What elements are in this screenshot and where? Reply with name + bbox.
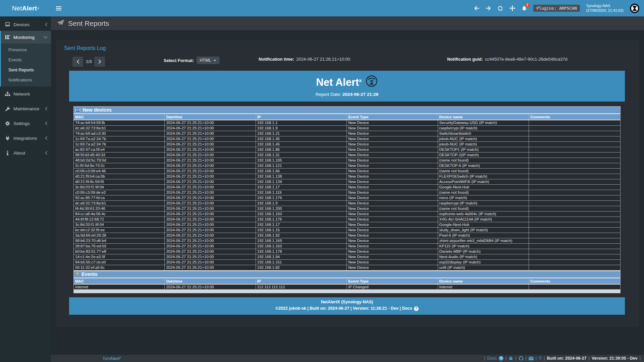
sidebar-item-integrations[interactable]: Integrations bbox=[0, 131, 51, 145]
cell-mac[interactable]: 3a:9d:69:e0:29:28 bbox=[74, 233, 165, 238]
copyright-icon[interactable]: © bbox=[539, 356, 542, 361]
cell-device-name: Internet bbox=[438, 284, 529, 290]
cell-ip: 192.168.1.150 bbox=[256, 211, 346, 217]
cell-comments bbox=[529, 227, 620, 233]
cell-mac[interactable]: d0:21:f9:8c:59:f9 bbox=[74, 179, 165, 184]
cell-mac[interactable]: 92:ac:85:77:fd:ca bbox=[74, 195, 165, 200]
cell-mac[interactable]: 3c:8d:20:f1:9f:04 bbox=[74, 184, 165, 190]
sidebar-item-maintenance[interactable]: Maintenance bbox=[0, 101, 51, 116]
sidebar-subitem-presence[interactable]: Presence bbox=[1, 45, 51, 55]
app-logo[interactable]: NetAlertx bbox=[0, 0, 51, 16]
cell-event-type: IP Changed bbox=[347, 284, 438, 290]
cell-mac[interactable]: ac:82:47:ca:0f:e4 bbox=[74, 147, 165, 152]
column-header: Device name bbox=[438, 278, 529, 284]
cell-mac[interactable]: c0:06:c3:09:e4:46 bbox=[74, 168, 165, 174]
cell-mac[interactable]: dc:a6:32:73:8a:b1 bbox=[74, 125, 165, 131]
cell-mac[interactable]: 74:ac:b9:ad:c3:30 bbox=[74, 131, 165, 136]
sidebar-item-network[interactable]: Network bbox=[0, 86, 51, 101]
cell-device-name: KP115 (IP match) bbox=[438, 243, 529, 249]
sidebar-toggle-button[interactable] bbox=[51, 0, 66, 16]
cell-event-type: New Device bbox=[347, 217, 438, 222]
sidebar-item-monitoring[interactable]: Monitoring bbox=[1, 31, 51, 44]
cell-mac[interactable]: c0:06:c3:09:de:e2 bbox=[74, 190, 165, 195]
sidebar-subitem-events[interactable]: Events bbox=[1, 55, 51, 65]
cell-comments bbox=[529, 125, 620, 131]
refresh-icon[interactable] bbox=[497, 6, 503, 11]
cell-ip: 192.168.1.121 bbox=[256, 163, 346, 168]
user-avatar[interactable] bbox=[630, 4, 639, 13]
cell-mac[interactable]: 94:b5:55:c7:cb:e0 bbox=[74, 259, 165, 265]
footer-version: Version: 21:39:05 - Dev bbox=[592, 356, 638, 361]
cell-mac[interactable]: 2c:f0:5d:9e:73:2c bbox=[74, 163, 165, 168]
report-table-row: dc:a6:32:73:8a:b12024-06-27 21:25:21+10:… bbox=[74, 125, 621, 131]
report-table-row: b0:be:83:51:77:e82024-06-27 21:25:21+10:… bbox=[74, 249, 621, 254]
sidebar-item-label: Monitoring bbox=[13, 35, 41, 40]
chevron-left-icon bbox=[45, 121, 48, 125]
footer-built-on: Built on: 2024-06-27 bbox=[547, 356, 587, 361]
page-title: Sent Reports bbox=[68, 19, 109, 27]
cell-mac[interactable]: b0:be:83:51:77:e8 bbox=[74, 249, 165, 254]
report-table-row: 3c:8d:20:f1:9f:042024-06-27 21:25:21+10:… bbox=[74, 222, 621, 227]
report-footer-copy: ©2022 jokob-sk | Built on: 2024-06-27 | … bbox=[275, 305, 412, 312]
report-table-row: 44:6f:f8:12:68:712024-06-27 21:25:21+10:… bbox=[74, 217, 621, 222]
gear-icon bbox=[5, 121, 10, 126]
plugins-status-badge: Plugins: ARPSCAN bbox=[533, 5, 580, 12]
cell-mac[interactable]: 48:b0:2d:5c:79:0d bbox=[74, 158, 165, 163]
cell-mac[interactable]: 98:5f:d3:d5:40:33 bbox=[74, 152, 165, 158]
bug-report-icon[interactable] bbox=[508, 356, 513, 361]
report-table-row: f4:4d:30:61:20:462024-06-27 21:25:21+10:… bbox=[74, 206, 621, 211]
cell-mac[interactable]: 1c:69:7a:a2:34:7b bbox=[74, 136, 165, 141]
github-icon[interactable] bbox=[519, 356, 524, 361]
move-icon[interactable] bbox=[509, 5, 515, 11]
cell-mac[interactable]: f4:4d:30:61:20:46 bbox=[74, 206, 165, 211]
cell-event-type: New Device bbox=[347, 136, 438, 141]
cell-mac[interactable]: 58:b6:23:70:d6:b4 bbox=[74, 238, 165, 243]
column-header: Datetime bbox=[165, 278, 256, 284]
cell-datetime: 2024-06-27 21:25:21+10:00 bbox=[165, 243, 256, 249]
chevron-left-icon bbox=[45, 136, 48, 140]
prev-page-button[interactable] bbox=[72, 57, 83, 67]
report-table-row: 3c:8d:20:f1:9f:042024-06-27 21:25:21+10:… bbox=[74, 184, 621, 190]
next-page-button[interactable] bbox=[94, 57, 105, 67]
cell-datetime: 2024-06-27 21:25:21+10:00 bbox=[165, 200, 256, 206]
sidebar-item-about[interactable]: About bbox=[0, 145, 51, 160]
docs-link[interactable]: Docs bbox=[487, 356, 497, 361]
docs-question-icon[interactable]: ? bbox=[414, 306, 419, 311]
cell-mac[interactable]: 3c:8d:20:f1:9f:04 bbox=[74, 222, 165, 227]
monitoring-chart-icon bbox=[5, 35, 10, 40]
cell-event-type: New Device bbox=[347, 120, 438, 125]
format-select[interactable]: HTML bbox=[197, 57, 219, 64]
footer-bar: NetAlertx | Docs ? | | | | © bbox=[51, 354, 644, 362]
notifications-bell-icon[interactable]: 7 bbox=[522, 5, 527, 11]
cell-ip: 192.168.1.175 bbox=[256, 195, 346, 200]
sidebar-item-settings[interactable]: Settings bbox=[0, 116, 51, 131]
cell-mac[interactable]: 84:cc:a8:4a:56:4c bbox=[74, 211, 165, 217]
cell-datetime: 2024-06-27 21:25:21+10:00 bbox=[165, 211, 256, 217]
cell-mac[interactable]: dc:a6:32:73:8a:b1 bbox=[74, 200, 165, 206]
cell-mac[interactable]: 00:11:32:ef:a5:6c bbox=[74, 265, 165, 270]
cell-mac[interactable]: 14:c1:4e:2e:a3:3f bbox=[74, 254, 165, 259]
sidebar-subitem-notifications[interactable]: Notifications bbox=[1, 75, 51, 85]
cell-comments bbox=[529, 179, 620, 184]
email-icon[interactable] bbox=[529, 357, 534, 360]
cell-mac[interactable]: 44:6f:f8:12:68:71 bbox=[74, 217, 165, 222]
cell-mac[interactable]: 74:ac:b9:54:09:fb bbox=[74, 120, 165, 125]
cell-mac[interactable]: d0:21:f9:b4:ca:0b bbox=[74, 174, 165, 179]
page-indicator: 1/3 bbox=[86, 59, 92, 64]
arrow-left-icon[interactable] bbox=[474, 6, 479, 11]
arrow-right-icon[interactable] bbox=[486, 6, 491, 11]
report-table-row: 94:b5:55:c7:cb:e02024-06-27 21:25:21+10:… bbox=[74, 259, 621, 265]
column-header: Datetime bbox=[165, 114, 256, 120]
cell-mac[interactable]: 1c:69:7a:a2:34:7b bbox=[74, 141, 165, 147]
report-table-row: 1c:69:7a:a2:34:7b2024-06-27 21:25:21+10:… bbox=[74, 136, 621, 141]
cell-mac[interactable]: bc:dd:c2:32:f9:ee bbox=[74, 227, 165, 233]
cell-device-name: esp32display (IP match) bbox=[438, 259, 529, 265]
question-circle-icon[interactable]: ? bbox=[499, 356, 503, 361]
cell-comments bbox=[529, 195, 620, 200]
cell-ip: 192.168.1.21 bbox=[256, 131, 346, 136]
sidebar-item-devices[interactable]: Devices bbox=[0, 18, 51, 31]
sidebar-subitem-sent-reports[interactable]: Sent Reports bbox=[1, 65, 51, 75]
cell-mac[interactable]: 28:87:ba:76:ed:03 bbox=[74, 243, 165, 249]
cell-device-name: DESKTOP1 (IP match) bbox=[438, 147, 529, 152]
footer-brand[interactable]: NetAlertx bbox=[103, 356, 121, 361]
